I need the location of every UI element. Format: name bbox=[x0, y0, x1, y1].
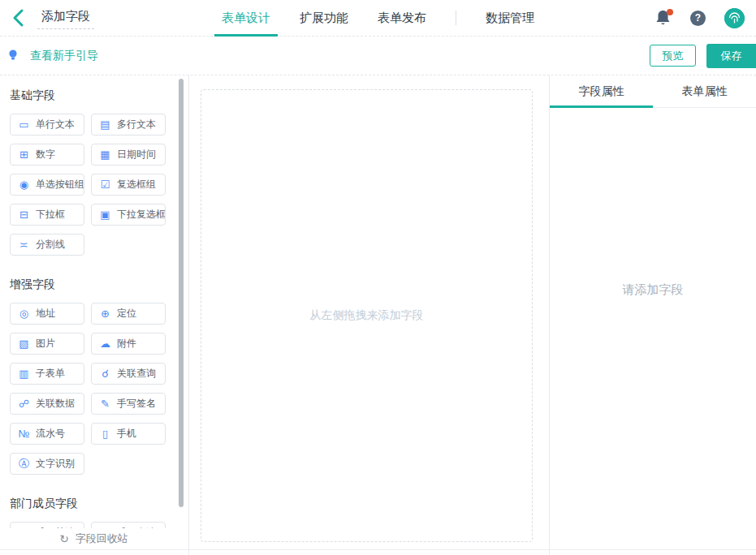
properties-panel: 字段属性 表单属性 请添加字段 bbox=[549, 75, 756, 555]
calendar-icon: ▦ bbox=[99, 149, 111, 160]
field-recycle-bin[interactable]: ↻ 字段回收站 bbox=[0, 528, 188, 549]
field-label: 地址 bbox=[36, 307, 55, 321]
multi-line-text-icon: ▤ bbox=[99, 119, 111, 130]
user-avatar[interactable] bbox=[724, 8, 745, 28]
field-label: 数字 bbox=[36, 148, 55, 161]
avatar-fingerprint-icon bbox=[724, 8, 745, 28]
field-label: 定位 bbox=[117, 307, 136, 321]
tab-extensions[interactable]: 扩展功能 bbox=[300, 0, 348, 37]
checkbox-icon: ☑ bbox=[99, 179, 111, 190]
toolbar-actions: 预览 保存 bbox=[650, 44, 756, 68]
field-label: 文字识别 bbox=[36, 457, 75, 471]
field-button-multi-line-text[interactable]: ▤多行文本 bbox=[91, 114, 166, 136]
tab-field-properties[interactable]: 字段属性 bbox=[550, 75, 653, 107]
recycle-bin-label: 字段回收站 bbox=[76, 531, 128, 546]
field-button-subform[interactable]: ▥子表单 bbox=[10, 363, 84, 385]
field-button-checkbox-group[interactable]: ☑复选框组 bbox=[91, 174, 166, 196]
field-label: 子表单 bbox=[36, 367, 65, 381]
field-label: 关联查询 bbox=[117, 367, 156, 381]
field-label: 分割线 bbox=[36, 238, 65, 252]
notification-button[interactable] bbox=[655, 9, 672, 27]
field-button-number[interactable]: ⊞数字 bbox=[10, 144, 84, 166]
help-button[interactable]: ? bbox=[690, 11, 706, 26]
tab-divider bbox=[456, 11, 456, 25]
tab-form-properties[interactable]: 表单属性 bbox=[653, 75, 756, 107]
field-button-attachment[interactable]: ☁附件 bbox=[91, 333, 166, 355]
field-button-location[interactable]: ⊕定位 bbox=[91, 303, 166, 325]
drop-zone-placeholder: 从左侧拖拽来添加字段 bbox=[310, 308, 424, 323]
subform-icon: ▥ bbox=[18, 368, 30, 379]
field-button-signature[interactable]: ✎手写签名 bbox=[91, 393, 166, 415]
related-data-icon: ☍ bbox=[18, 398, 30, 409]
sidebar-scrollbar-thumb[interactable] bbox=[179, 79, 184, 507]
newbie-guide-label: 查看新手引导 bbox=[30, 49, 98, 63]
preview-button[interactable]: 预览 bbox=[650, 45, 696, 67]
image-icon: ▧ bbox=[18, 338, 30, 349]
form-designer-app: 添加字段 表单设计 扩展功能 表单发布 数据管理 ? bbox=[0, 0, 756, 555]
field-button-image[interactable]: ▧图片 bbox=[10, 333, 84, 355]
field-label: 附件 bbox=[117, 337, 136, 351]
section-title-enhanced-fields: 增强字段 bbox=[10, 278, 188, 292]
number-icon: ⊞ bbox=[18, 149, 30, 160]
properties-placeholder: 请添加字段 bbox=[550, 282, 756, 298]
tab-form-publish[interactable]: 表单发布 bbox=[378, 0, 426, 37]
bottom-divider bbox=[0, 549, 756, 550]
field-button-single-line-text[interactable]: ▭单行文本 bbox=[10, 114, 84, 136]
field-label: 单选按钮组 bbox=[36, 178, 84, 191]
pencil-icon: ✎ bbox=[99, 398, 111, 409]
mobile-phone-icon: ▯ bbox=[99, 428, 111, 439]
header-tabs: 表单设计 扩展功能 表单发布 数据管理 bbox=[193, 0, 563, 36]
field-label: 下拉框 bbox=[36, 208, 65, 222]
notification-dot bbox=[667, 9, 673, 15]
newbie-guide-link[interactable]: 查看新手引导 bbox=[8, 49, 98, 63]
toolbar: 查看新手引导 预览 保存 bbox=[0, 37, 756, 75]
main-area: 基础字段 ▭单行文本 ▤多行文本 ⊞数字 ▦日期时间 ◉单选按钮组 ☑复选框组 … bbox=[0, 75, 756, 555]
form-title[interactable]: 添加字段 bbox=[37, 7, 94, 29]
field-label: 手写签名 bbox=[117, 397, 156, 411]
field-label: 流水号 bbox=[36, 427, 65, 441]
field-button-dropdown-multiselect[interactable]: ▣下拉复选框 bbox=[91, 204, 166, 226]
header: 添加字段 表单设计 扩展功能 表单发布 数据管理 ? bbox=[0, 0, 756, 37]
form-drop-zone[interactable]: 从左侧拖拽来添加字段 bbox=[201, 89, 533, 542]
field-button-radio-group[interactable]: ◉单选按钮组 bbox=[10, 174, 84, 196]
form-canvas: 从左侧拖拽来添加字段 bbox=[189, 75, 549, 555]
field-label: 多行文本 bbox=[117, 118, 156, 131]
field-button-ocr[interactable]: Ⓐ文字识别 bbox=[10, 453, 84, 475]
field-button-address[interactable]: ◎地址 bbox=[10, 303, 84, 325]
save-button[interactable]: 保存 bbox=[706, 44, 756, 68]
lightbulb-icon bbox=[8, 49, 18, 62]
related-query-icon: ☌ bbox=[99, 368, 111, 379]
recycle-icon: ↻ bbox=[59, 532, 69, 545]
field-button-dropdown[interactable]: ⊟下拉框 bbox=[10, 204, 84, 226]
tab-data-management[interactable]: 数据管理 bbox=[486, 0, 534, 37]
cloud-upload-icon: ☁ bbox=[99, 338, 111, 349]
dropdown-multiselect-icon: ▣ bbox=[99, 209, 111, 220]
back-chevron-icon bbox=[11, 8, 26, 28]
field-label: 单行文本 bbox=[36, 118, 75, 131]
field-library-sidebar: 基础字段 ▭单行文本 ▤多行文本 ⊞数字 ▦日期时间 ◉单选按钮组 ☑复选框组 … bbox=[0, 75, 189, 555]
field-label: 复选框组 bbox=[117, 178, 156, 191]
section-title-member-fields: 部门成员字段 bbox=[10, 497, 188, 511]
divider-icon: ≍ bbox=[18, 239, 30, 250]
back-button[interactable] bbox=[8, 7, 29, 28]
ocr-icon: Ⓐ bbox=[18, 458, 30, 469]
address-pin-icon: ◎ bbox=[18, 308, 30, 319]
section-title-basic-fields: 基础字段 bbox=[10, 88, 188, 103]
field-label: 下拉复选框 bbox=[117, 208, 166, 222]
serial-number-icon: № bbox=[18, 428, 30, 439]
enhanced-fields-grid: ◎地址 ⊕定位 ▧图片 ☁附件 ▥子表单 ☌关联查询 ☍关联数据 ✎手写签名 №… bbox=[10, 303, 188, 475]
single-line-text-icon: ▭ bbox=[18, 119, 30, 130]
field-button-related-data[interactable]: ☍关联数据 bbox=[10, 393, 84, 415]
tab-form-design[interactable]: 表单设计 bbox=[222, 0, 270, 37]
field-button-datetime[interactable]: ▦日期时间 bbox=[91, 144, 166, 166]
field-label: 关联数据 bbox=[36, 397, 75, 411]
field-button-mobile[interactable]: ▯手机 bbox=[91, 423, 166, 445]
radio-icon: ◉ bbox=[18, 179, 30, 190]
field-button-related-query[interactable]: ☌关联查询 bbox=[91, 363, 166, 385]
field-button-divider[interactable]: ≍分割线 bbox=[10, 234, 84, 256]
field-label: 手机 bbox=[117, 427, 136, 441]
dropdown-icon: ⊟ bbox=[18, 209, 30, 220]
field-button-serial-number[interactable]: №流水号 bbox=[10, 423, 84, 445]
header-right: ? bbox=[563, 0, 756, 36]
properties-tabs: 字段属性 表单属性 bbox=[550, 75, 756, 108]
